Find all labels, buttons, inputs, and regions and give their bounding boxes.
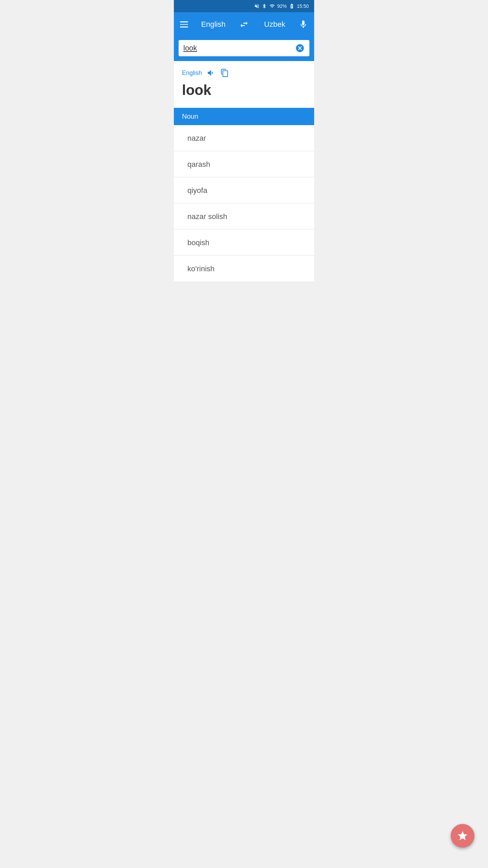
translation-item-1[interactable]: nazar [174, 125, 314, 151]
battery-percentage: 92% [277, 3, 287, 9]
status-bar: 92% 15:50 [174, 0, 314, 12]
copy-button[interactable] [220, 68, 229, 77]
translation-item-4[interactable]: nazar solish [174, 203, 314, 230]
status-icons: 92% 15:50 [254, 3, 309, 9]
mic-button[interactable] [299, 20, 308, 29]
sound-button[interactable] [207, 68, 216, 77]
search-input[interactable] [183, 44, 292, 53]
translation-card: English look [174, 61, 314, 108]
menu-line [180, 24, 188, 25]
sound-icon [207, 68, 216, 77]
copy-icon [220, 68, 229, 77]
swap-icon [239, 20, 249, 29]
translation-item-6[interactable]: ko'rinish [174, 256, 314, 281]
target-language[interactable]: Uzbek [251, 20, 299, 29]
clear-button[interactable] [295, 43, 305, 53]
card-language-label: English [182, 70, 202, 77]
translation-item-5[interactable]: boqish [174, 230, 314, 256]
signal-icon [269, 3, 275, 9]
menu-line [180, 21, 188, 22]
bluetooth-icon [262, 3, 267, 9]
translation-list: nazar qarash qiyofa nazar solish boqish … [174, 125, 314, 281]
battery-icon [289, 3, 295, 9]
card-header: English [182, 68, 306, 77]
translation-item-2[interactable]: qarash [174, 151, 314, 177]
search-input-wrapper [179, 40, 309, 56]
clear-icon [295, 43, 305, 53]
menu-button[interactable] [180, 21, 189, 27]
mute-icon [254, 3, 260, 9]
search-bar [174, 37, 314, 61]
mic-icon [299, 20, 308, 29]
time: 15:50 [297, 3, 309, 9]
app-bar: English Uzbek [174, 12, 314, 37]
swap-button[interactable] [237, 20, 251, 29]
menu-line [180, 26, 188, 27]
source-word: look [182, 82, 306, 98]
pos-header: Noun [174, 108, 314, 125]
source-language[interactable]: English [189, 20, 237, 29]
translation-item-3[interactable]: qiyofa [174, 177, 314, 203]
pos-label: Noun [182, 113, 198, 120]
